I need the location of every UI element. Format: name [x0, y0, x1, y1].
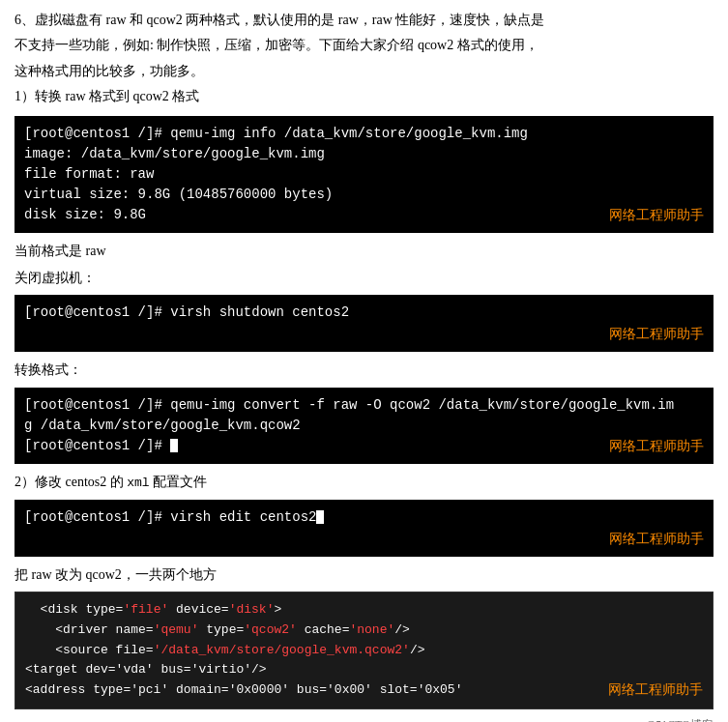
terminal-line1: [root@centos1 /]# qemu-img info /data_kv…	[24, 124, 704, 144]
terminal-line3: file format: raw	[24, 164, 704, 185]
terminal-line4: virtual size: 9.8G (10485760000 bytes)	[24, 185, 704, 205]
watermark4: 网络工程师助手	[609, 529, 704, 549]
terminal-xml-content: <disk type='file' device='disk'> <driver…	[15, 592, 713, 709]
bottom-credit: @51CTO博客	[15, 717, 713, 722]
intro-line2: 不支持一些功能，例如: 制作快照，压缩，加密等。下面给大家介绍 qcow2 格式…	[15, 35, 713, 56]
xml-disk-open: <disk type='file' device='disk'>	[25, 602, 281, 617]
xml-source: <source file='/data_kvm/store/google_kvm…	[25, 643, 424, 657]
xml-line2: <driver name='qemu' type='qcow2' cache='…	[25, 621, 703, 641]
intro-text: 6、虚拟磁盘有 raw 和 qcow2 两种格式，默认使用的是 raw，raw …	[15, 10, 713, 108]
watermark3: 网络工程师助手	[609, 436, 704, 456]
terminal-qemu-info: [root@centos1 /]# qemu-img info /data_kv…	[15, 116, 713, 233]
label-shutdown: 关闭虚拟机：	[15, 268, 713, 289]
label-current-format: 当前格式是 raw	[15, 241, 713, 262]
terminal-qemu-convert: [root@centos1 /]# qemu-img convert -f ra…	[15, 388, 713, 464]
xml-driver: <driver name='qemu' type='qcow2' cache='…	[25, 622, 410, 637]
watermark5: 网络工程师助手	[608, 679, 703, 701]
terminal-line5: disk size: 9.8G	[24, 205, 704, 225]
intro-line3: 这种格式用的比较多，功能多。	[15, 61, 713, 82]
xml-line1: <disk type='file' device='disk'>	[25, 600, 703, 621]
label-xml: 2）修改 centos2 的 xml 配置文件	[15, 472, 713, 494]
label-change-raw: 把 raw 改为 qcow2，一共两个地方	[15, 564, 713, 586]
cursor1	[170, 439, 178, 452]
watermark1: 网络工程师助手	[609, 205, 704, 225]
terminal-edit-line: [root@centos1 /]# virsh edit centos2	[24, 507, 704, 528]
terminal-virsh-edit: [root@centos1 /]# virsh edit centos2 网络工…	[15, 500, 713, 557]
intro-line4: 1）转换 raw 格式到 qcow2 格式	[15, 86, 713, 107]
terminal-shutdown-line: [root@centos1 /]# virsh shutdown centos2	[24, 303, 704, 323]
intro-line1: 6、虚拟磁盘有 raw 和 qcow2 两种格式，默认使用的是 raw，raw …	[15, 10, 713, 31]
terminal-convert-line3: [root@centos1 /]#	[24, 436, 704, 456]
xml-line3: <source file='/data_kvm/store/google_kvm…	[25, 641, 703, 661]
terminal-edit-text: [root@centos1 /]# virsh edit centos2	[24, 509, 316, 525]
terminal-virsh-shutdown: [root@centos1 /]# virsh shutdown centos2…	[15, 295, 713, 352]
terminal-convert-prompt: [root@centos1 /]#	[24, 438, 170, 453]
terminal-convert-line2: g /data_kvm/store/google_kvm.qcow2	[24, 416, 704, 436]
terminal-line2: image: /data_kvm/store/google_kvm.img	[24, 144, 704, 164]
cursor2	[316, 510, 324, 524]
label-convert: 转换格式：	[15, 360, 713, 381]
terminal-convert-line1: [root@centos1 /]# qemu-img convert -f ra…	[24, 395, 704, 416]
xml-line4: <target dev='vda' bus='virtio'/>	[25, 660, 703, 680]
xml-line5: <address type='pci' domain='0x0000' bus=…	[25, 680, 703, 701]
label-xml-text: 2）修改 centos2 的 xml 配置文件	[15, 475, 207, 489]
watermark2: 网络工程师助手	[609, 324, 704, 344]
xml-code-label: xml	[127, 476, 149, 490]
